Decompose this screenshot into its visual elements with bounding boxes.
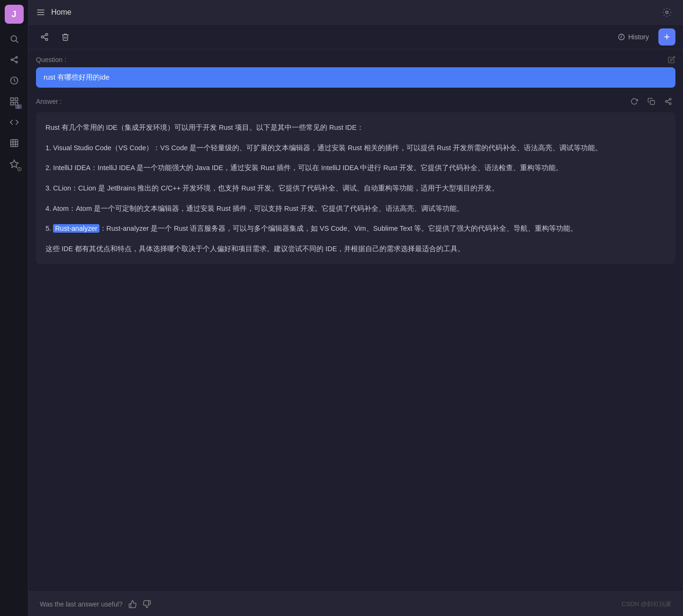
svg-point-22 bbox=[666, 11, 668, 13]
blocks-badge: 2 bbox=[15, 104, 22, 109]
svg-line-26 bbox=[43, 37, 45, 39]
footer: Was the last answer useful? CSDN @斜杠玩家 bbox=[28, 591, 683, 616]
copy-icon[interactable] bbox=[644, 94, 658, 109]
sidebar-item-blocks[interactable]: 2 bbox=[6, 93, 23, 110]
svg-rect-12 bbox=[10, 140, 18, 147]
header: Home bbox=[28, 0, 683, 25]
svg-line-27 bbox=[43, 35, 45, 36]
svg-line-6 bbox=[12, 60, 16, 62]
svg-line-34 bbox=[667, 100, 670, 101]
settings-icon[interactable] bbox=[658, 4, 675, 21]
sidebar: J 2 bbox=[0, 0, 28, 616]
refresh-icon[interactable] bbox=[627, 94, 641, 109]
history-label: History bbox=[628, 33, 649, 41]
sidebar-item-deploy[interactable] bbox=[6, 155, 23, 172]
brand-text: CSDN @斜杠玩家 bbox=[621, 600, 672, 608]
new-chat-button[interactable]: + bbox=[658, 28, 675, 45]
svg-rect-9 bbox=[15, 98, 18, 101]
svg-point-25 bbox=[45, 38, 48, 41]
sidebar-item-connections[interactable] bbox=[6, 51, 23, 68]
sidebar-item-grid[interactable] bbox=[6, 135, 23, 152]
svg-line-5 bbox=[12, 58, 16, 59]
svg-point-30 bbox=[669, 98, 671, 100]
answer-label: Answer : bbox=[36, 88, 675, 112]
svg-line-1 bbox=[16, 41, 18, 43]
sidebar-item-code[interactable] bbox=[6, 114, 23, 131]
share-button[interactable] bbox=[36, 28, 53, 45]
menu-icon[interactable] bbox=[36, 8, 45, 17]
svg-line-33 bbox=[667, 102, 670, 103]
highlighted-text: Rust-analyzer bbox=[53, 224, 99, 233]
thumbs-down-icon[interactable] bbox=[143, 600, 151, 608]
share-answer-icon[interactable] bbox=[661, 94, 675, 109]
svg-point-4 bbox=[16, 61, 17, 63]
feedback-area: Was the last answer useful? bbox=[40, 600, 151, 608]
svg-point-23 bbox=[45, 33, 48, 36]
svg-point-2 bbox=[11, 59, 12, 60]
svg-point-0 bbox=[11, 36, 17, 41]
history-button[interactable]: History bbox=[612, 30, 655, 44]
svg-point-31 bbox=[665, 100, 667, 102]
edit-icon[interactable] bbox=[668, 56, 675, 63]
answer-content: Rust 有几个常用的 IDE（集成开发环境）可以用于开发 Rust 项目。以下… bbox=[36, 112, 675, 264]
sidebar-item-search[interactable] bbox=[6, 30, 23, 47]
question-text: rust 有哪些好用的ide bbox=[36, 67, 675, 88]
sidebar-item-scheduled[interactable] bbox=[6, 72, 23, 89]
delete-button[interactable] bbox=[57, 28, 74, 45]
content-area: Question : rust 有哪些好用的ide Answer : bbox=[28, 49, 683, 591]
main-content: Home History bbox=[28, 0, 683, 616]
svg-point-24 bbox=[41, 36, 44, 38]
question-label: Question : bbox=[36, 49, 675, 67]
svg-rect-29 bbox=[650, 100, 655, 105]
toolbar: History + bbox=[28, 25, 683, 49]
page-title: Home bbox=[51, 8, 72, 17]
svg-point-3 bbox=[16, 56, 17, 58]
svg-rect-10 bbox=[10, 102, 13, 105]
avatar[interactable]: J bbox=[5, 5, 24, 24]
answer-actions bbox=[627, 94, 675, 109]
svg-rect-8 bbox=[10, 98, 13, 101]
thumbs-up-icon[interactable] bbox=[128, 600, 137, 608]
svg-point-32 bbox=[669, 103, 671, 105]
feedback-text: Was the last answer useful? bbox=[40, 600, 123, 608]
